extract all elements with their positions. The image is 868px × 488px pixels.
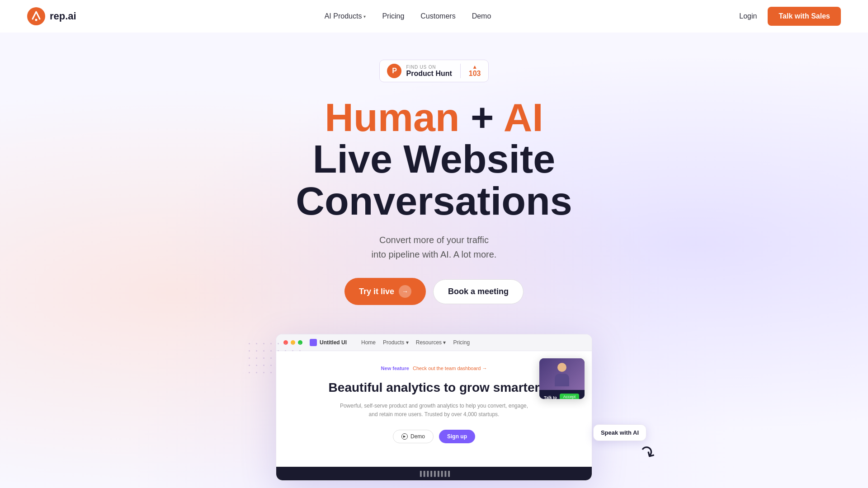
play-icon: ▶ xyxy=(401,433,408,440)
hero-human: Human xyxy=(325,95,459,140)
browser-site-logo: Untitled UI xyxy=(310,339,347,346)
browser-bottom-bar: ▐▐▐▐▐▐▐▐▐ xyxy=(276,467,592,480)
video-accept-button[interactable]: Accept xyxy=(560,394,580,399)
nav-demo[interactable]: Demo xyxy=(472,12,491,20)
person-head xyxy=(557,363,566,372)
svg-point-0 xyxy=(27,7,45,25)
browser-bar: Untitled UI Home Products ▾ Resources ▾ … xyxy=(276,334,592,351)
speak-with-ai-bubble[interactable]: Speak with AI xyxy=(593,424,646,441)
logo[interactable]: rep.ai xyxy=(27,7,76,25)
ph-triangle-icon: ▲ xyxy=(472,64,477,70)
talk-with-sales-button[interactable]: Talk with Sales xyxy=(768,7,841,26)
person-body xyxy=(555,374,569,386)
browser-nav-resources: Resources ▾ xyxy=(416,339,446,346)
video-overlay: Talk to Bella AI Accept Decline xyxy=(539,358,585,399)
nav-ai-products[interactable]: AI Products ▾ xyxy=(325,12,366,20)
product-hunt-text: FIND US ON Product Hunt xyxy=(406,65,452,78)
hero-line2: Live Website xyxy=(313,136,555,181)
video-controls: Talk to Bella AI Accept Decline xyxy=(539,390,585,399)
nav-customers[interactable]: Customers xyxy=(420,12,455,20)
speak-ai-arrow-icon: ↷ xyxy=(636,440,660,466)
cta-row: Try it live → Book a meeting xyxy=(344,278,524,305)
chevron-down-icon: ▾ xyxy=(363,14,366,19)
nav-center: AI Products ▾ Pricing Customers Demo xyxy=(325,12,491,20)
arrow-right-icon: → xyxy=(399,285,411,298)
browser-new-feature-banner: New feature Check out the team dashboard… xyxy=(291,366,577,371)
logo-text: rep.ai xyxy=(50,10,76,22)
demo-section: Untitled UI Home Products ▾ Resources ▾ … xyxy=(0,334,868,481)
hero-ai: AI xyxy=(504,95,543,140)
navbar: rep.ai AI Products ▾ Pricing Customers D… xyxy=(0,0,868,33)
ph-divider xyxy=(460,64,461,78)
browser-favicon xyxy=(310,339,317,346)
nav-pricing[interactable]: Pricing xyxy=(382,12,404,20)
video-label: Talk to Bella AI xyxy=(543,395,558,399)
logo-icon xyxy=(27,7,45,25)
book-a-meeting-button[interactable]: Book a meeting xyxy=(433,279,524,304)
hero-heading: Human + AI Live Website Conversations xyxy=(296,97,572,222)
browser-check-link[interactable]: Check out the team dashboard → xyxy=(413,366,487,371)
ph-score-block: ▲ 103 xyxy=(469,64,481,78)
try-it-live-button[interactable]: Try it live → xyxy=(344,278,426,305)
browser-new-feature-label: New feature xyxy=(381,366,409,371)
browser-site-name: Untitled UI xyxy=(320,339,347,346)
browser-nav-home: Home xyxy=(361,339,376,346)
browser-sub-text: Powerful, self-serve product and growth … xyxy=(291,402,577,419)
browser-nav-products: Products ▾ xyxy=(383,339,409,346)
svg-point-1 xyxy=(35,19,38,21)
browser-content: New feature Check out the team dashboard… xyxy=(276,351,592,467)
person-silhouette xyxy=(553,363,571,385)
nav-right: Login Talk with Sales xyxy=(739,7,841,26)
ph-score: 103 xyxy=(469,70,481,78)
product-hunt-badge[interactable]: P FIND US ON Product Hunt ▲ 103 xyxy=(379,60,488,82)
browser-cta-row: ▶ Demo Sign up xyxy=(291,430,577,443)
browser-signup-button[interactable]: Sign up xyxy=(439,430,475,443)
hero-line3: Conversations xyxy=(296,178,572,223)
browser-bottom-text: ▐▐▐▐▐▐▐▐▐ xyxy=(418,471,450,476)
hero-subtext: Convert more of your traffic into pipeli… xyxy=(372,233,497,262)
hero-plus: + xyxy=(460,95,504,140)
login-link[interactable]: Login xyxy=(739,12,757,20)
product-hunt-icon: P xyxy=(387,64,401,78)
browser-nav-pricing: Pricing xyxy=(453,339,470,346)
demo-container: Untitled UI Home Products ▾ Resources ▾ … xyxy=(276,334,592,481)
hero-section: P FIND US ON Product Hunt ▲ 103 Human + … xyxy=(0,33,868,481)
browser-nav-items: Home Products ▾ Resources ▾ Pricing xyxy=(361,339,470,346)
video-person xyxy=(539,358,585,390)
ph-find-us-label: FIND US ON xyxy=(406,65,436,70)
browser-demo-button[interactable]: ▶ Demo xyxy=(393,430,434,443)
video-action-buttons: Accept Decline xyxy=(558,392,581,399)
ph-name: Product Hunt xyxy=(406,70,452,78)
browser-mockup: Untitled UI Home Products ▾ Resources ▾ … xyxy=(276,334,592,481)
browser-headline: Beautiful analytics to grow smarter xyxy=(291,380,577,395)
